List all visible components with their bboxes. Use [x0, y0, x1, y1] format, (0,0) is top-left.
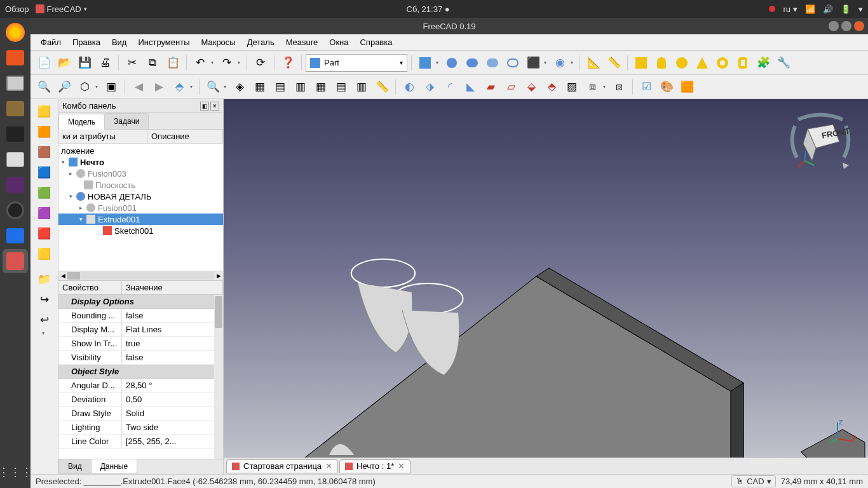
part-extrude-icon[interactable] [416, 53, 435, 72]
side-icon-1[interactable]: 🟨 [35, 102, 54, 121]
battery-icon[interactable]: 🔋 [841, 4, 851, 14]
top-view-icon[interactable]: ▤ [271, 78, 290, 97]
part-ruled-icon[interactable]: ▰ [481, 78, 500, 97]
front-view-icon[interactable]: ▦ [250, 78, 269, 97]
whatsthis-button[interactable]: ❓ [278, 53, 297, 72]
keyboard-layout[interactable]: ru ▾ [783, 4, 797, 14]
launcher-libreoffice[interactable] [3, 224, 28, 248]
refresh-button[interactable]: ⟳ [251, 53, 270, 72]
doctab-start[interactable]: Стартовая страница ✕ [226, 459, 338, 473]
tree-item-newpart[interactable]: ▾НОВАЯ ДЕТАЛЬ [58, 191, 223, 202]
bool-cut-icon[interactable] [442, 53, 461, 72]
menu-macros[interactable]: Макросы [196, 36, 240, 49]
clock[interactable]: Сб, 21:37 ● [407, 4, 450, 14]
launcher-calc[interactable] [3, 147, 28, 172]
paste-button[interactable]: 📋 [163, 53, 182, 72]
side-icon-5[interactable]: 🟩 [35, 183, 54, 202]
launcher-obs[interactable] [3, 198, 28, 222]
side-import-icon[interactable]: ↩ [35, 310, 54, 329]
part-thickness-icon[interactable]: ⧇ [609, 78, 628, 97]
tree-item-extrude001[interactable]: ▾Extrude001 [58, 214, 223, 225]
compound-icon[interactable]: ◉ [550, 53, 569, 72]
tree-item-fusion003[interactable]: ▸Fusion003 [58, 168, 223, 179]
prim-sphere-icon[interactable] [672, 53, 691, 72]
tree-item-fusion001[interactable]: ▸Fusion001 [58, 202, 223, 214]
screen-record-indicator[interactable] [769, 6, 775, 12]
combo-float-icon[interactable]: ◧ [200, 102, 209, 111]
cut-button[interactable]: ✂ [123, 53, 142, 72]
prim-cylinder-icon[interactable] [652, 53, 671, 72]
props-vscroll[interactable] [214, 295, 223, 459]
copy-button[interactable]: ⧉ [143, 53, 162, 72]
window-minimize[interactable] [829, 21, 839, 31]
part-section-icon[interactable]: ⬘ [542, 78, 561, 97]
network-icon[interactable]: 📶 [805, 4, 815, 14]
prim-tube-icon[interactable] [733, 53, 752, 72]
props-header-value[interactable]: Значение [122, 281, 223, 294]
tree-header-desc[interactable]: Описание [147, 130, 223, 143]
side-icon-7[interactable]: 🟥 [35, 224, 54, 243]
bbox-icon[interactable]: ▣ [102, 78, 121, 97]
side-icon-6[interactable]: 🟪 [35, 203, 54, 222]
property-editor[interactable]: Display Options Bounding ...false Displa… [58, 295, 223, 459]
prop-bounding[interactable]: Bounding ...false [58, 309, 223, 323]
menu-part[interactable]: Деталь [242, 36, 280, 49]
iso-view-icon[interactable]: ◈ [230, 78, 249, 97]
menu-tools[interactable]: Инструменты [133, 36, 194, 49]
prim-cube-icon[interactable] [632, 53, 651, 72]
left-view-icon[interactable]: ▥ [352, 78, 371, 97]
menu-measure[interactable]: Measure [281, 36, 323, 49]
menu-view[interactable]: Вид [107, 36, 132, 49]
side-export-icon[interactable]: ↪ [35, 290, 54, 309]
prim-torus-icon[interactable] [713, 53, 732, 72]
part-chamfer-icon[interactable]: ◣ [461, 78, 480, 97]
menu-help[interactable]: Справка [355, 36, 397, 49]
part-offset3d-icon[interactable]: ⧈ [583, 78, 602, 97]
workbench-selector[interactable]: Part ▾ [306, 54, 407, 72]
tree-app-row[interactable]: ложение [58, 145, 223, 156]
nav-fwd-icon[interactable]: ▶ [149, 78, 168, 97]
tree-item-plane[interactable]: Плоскость [58, 179, 223, 191]
nav-back-icon[interactable]: ◀ [129, 78, 148, 97]
appearance-icon[interactable]: 🎨 [657, 78, 676, 97]
prop-linecolor[interactable]: Line Color[255, 255, 2... [58, 435, 223, 449]
model-tree[interactable]: ложение ▾Нечто ▸Fusion003 Плоскость ▾НОВ… [58, 144, 223, 271]
launcher-item-brown[interactable] [3, 97, 28, 121]
tab-view[interactable]: Вид [58, 459, 92, 474]
launcher-files[interactable] [3, 46, 28, 70]
part-revolve-icon[interactable]: ◐ [400, 78, 419, 97]
bool-xor-icon[interactable] [503, 53, 522, 72]
measure-angular-icon[interactable]: 📏 [604, 53, 623, 72]
launcher-item-purple[interactable] [3, 173, 28, 197]
bottom-view-icon[interactable]: ▤ [332, 78, 351, 97]
color-per-face-icon[interactable]: 🟧 [677, 78, 696, 97]
split-icon[interactable]: ⬛ [524, 53, 543, 72]
close-icon[interactable]: ✕ [398, 461, 405, 471]
check-geom-icon[interactable]: ☑ [637, 78, 656, 97]
zoom-icon[interactable]: 🔍 [203, 78, 222, 97]
side-icon-3[interactable]: 🟫 [35, 142, 54, 161]
nav-style-chip[interactable]: 🖱 CAD ▾ [731, 475, 775, 487]
tab-model[interactable]: Модель [58, 114, 105, 130]
prop-drawstyle[interactable]: Draw StyleSolid [58, 407, 223, 421]
tree-hscroll[interactable]: ◀▶ [58, 271, 223, 281]
fit-sel-icon[interactable]: 🔎 [55, 78, 74, 97]
part-fillet-icon[interactable]: ◜ [440, 78, 459, 97]
window-close[interactable] [854, 21, 864, 31]
props-header-name[interactable]: Свойство [58, 281, 122, 294]
prop-displaymode[interactable]: Display M...Flat Lines [58, 323, 223, 337]
prop-deviation[interactable]: Deviation0,50 [58, 393, 223, 407]
doctab-nechto[interactable]: Нечто : 1* ✕ [339, 459, 410, 473]
system-menu-caret[interactable]: ▾ [858, 4, 863, 14]
measure-icon[interactable]: 📏 [372, 78, 391, 97]
part-mirror-icon[interactable]: ⬗ [420, 78, 439, 97]
launcher-screenshot[interactable] [3, 71, 28, 95]
volume-icon[interactable]: 🔊 [823, 4, 833, 14]
part-sweep-icon[interactable]: ⬙ [522, 78, 541, 97]
bool-union-icon[interactable] [463, 53, 482, 72]
launcher-show-apps[interactable]: ⋮⋮⋮ [3, 460, 28, 484]
open-doc-button[interactable]: 📂 [55, 53, 74, 72]
save-button[interactable]: 💾 [75, 53, 94, 72]
prop-showintree[interactable]: Show In Tr...true [58, 337, 223, 351]
prop-lighting[interactable]: LightingTwo side [58, 421, 223, 435]
